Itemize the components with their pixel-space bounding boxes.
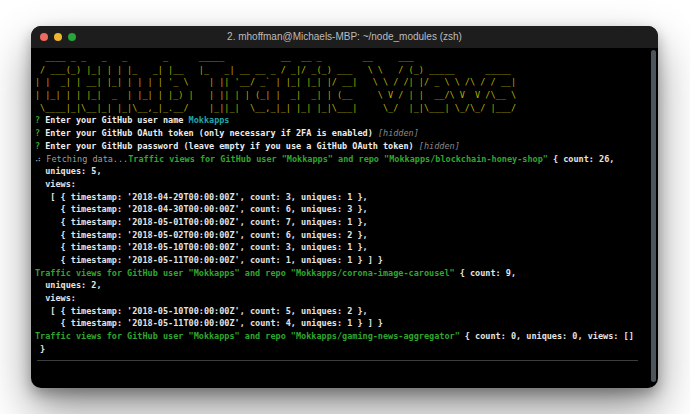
terminal-window: 2. mhoffman@Michaels-MBP: ~/node_modules… bbox=[31, 26, 658, 388]
desktop-background: { "window": { "title": "2. mhoffman@Mich… bbox=[0, 0, 690, 414]
terminal-text-segment: [hidden] bbox=[378, 128, 419, 138]
terminal-text-segment: [ { timestamp: '2018-04-29T00:00:00Z', c… bbox=[35, 192, 368, 202]
terminal-line: uniques: 2, bbox=[35, 279, 654, 292]
close-button[interactable] bbox=[40, 33, 48, 41]
terminal-line: } bbox=[35, 343, 654, 356]
terminal-text-segment: uniques: 5, bbox=[35, 166, 102, 176]
terminal-text-segment: { timestamp: '2018-05-11T00:00:00Z', cou… bbox=[35, 318, 383, 328]
terminal-output: ? Enter your GitHub user name Mokkapps? … bbox=[35, 114, 654, 355]
terminal-text-segment: Traffic views for GitHub user "Mokkapps"… bbox=[128, 154, 548, 164]
terminal-text-segment: } bbox=[35, 344, 45, 354]
terminal-line: { timestamp: '2018-05-02T00:00:00Z', cou… bbox=[35, 229, 654, 242]
terminal-text-segment: uniques: 2, bbox=[35, 280, 102, 290]
terminal-line: [ { timestamp: '2018-04-29T00:00:00Z', c… bbox=[35, 191, 654, 204]
terminal-text-segment: views: bbox=[35, 293, 76, 303]
terminal-text-segment: { timestamp: '2018-05-01T00:00:00Z', cou… bbox=[35, 217, 368, 227]
terminal-text-segment: views: bbox=[35, 179, 76, 189]
terminal-line: views: bbox=[35, 292, 654, 305]
zoom-button[interactable] bbox=[68, 33, 76, 41]
terminal-line: Traffic views for GitHub user "Mokkapps"… bbox=[35, 267, 654, 280]
terminal-text-segment: ? bbox=[35, 115, 45, 125]
terminal-text-segment: ⠴ Fetching data... bbox=[35, 154, 128, 164]
terminal-text-segment: { count: 26, bbox=[548, 154, 615, 164]
minimize-button[interactable] bbox=[54, 33, 62, 41]
terminal-text-segment: Mokkapps bbox=[189, 115, 230, 125]
terminal-line: { timestamp: '2018-05-11T00:00:00Z', cou… bbox=[35, 317, 654, 330]
ascii-art-banner: ____ _ _ _ _ _ _____ __ __ _ __ ___ / __… bbox=[35, 51, 654, 114]
terminal-text-segment: { count: 0, uniques: 0, views: [] bbox=[460, 331, 634, 341]
terminal-line: Traffic views for GitHub user "Mokkapps"… bbox=[35, 330, 654, 343]
terminal-text-segment: { timestamp: '2018-05-10T00:00:00Z', cou… bbox=[35, 242, 368, 252]
terminal-text-segment: [hidden] bbox=[419, 141, 460, 151]
terminal-text-segment: [ { timestamp: '2018-05-10T00:00:00Z', c… bbox=[35, 306, 368, 316]
terminal-text-segment: Enter your GitHub OAuth token (only nece… bbox=[45, 128, 378, 138]
window-controls bbox=[31, 33, 76, 41]
terminal-text-segment: { timestamp: '2018-05-02T00:00:00Z', cou… bbox=[35, 230, 368, 240]
terminal-line: [ { timestamp: '2018-05-10T00:00:00Z', c… bbox=[35, 305, 654, 318]
terminal-content[interactable]: ____ _ _ _ _ _ _____ __ __ _ __ ___ / __… bbox=[31, 49, 658, 388]
title-bar[interactable]: 2. mhoffman@Michaels-MBP: ~/node_modules… bbox=[31, 26, 658, 49]
scrollbar-thumb[interactable] bbox=[651, 50, 656, 382]
terminal-line: views: bbox=[35, 178, 654, 191]
ascii-art-line: | |_| | | |_| _ | |_| | |_) | | || | | (… bbox=[35, 89, 654, 102]
terminal-text-segment: Enter your GitHub user name bbox=[45, 115, 188, 125]
terminal-line: { timestamp: '2018-04-30T00:00:00Z', cou… bbox=[35, 203, 654, 216]
terminal-line: { timestamp: '2018-05-11T00:00:00Z', cou… bbox=[35, 254, 654, 267]
terminal-line: uniques: 5, bbox=[35, 165, 654, 178]
window-title: 2. mhoffman@Michaels-MBP: ~/node_modules… bbox=[31, 26, 658, 48]
terminal-text-segment: { timestamp: '2018-05-11T00:00:00Z', cou… bbox=[35, 255, 383, 265]
terminal-text-segment: ? bbox=[35, 128, 45, 138]
terminal-line: ? Enter your GitHub OAuth token (only ne… bbox=[35, 127, 654, 140]
command-separator-line bbox=[37, 360, 638, 361]
terminal-line: ? Enter your GitHub password (leave empt… bbox=[35, 140, 654, 153]
terminal-line: { timestamp: '2018-05-10T00:00:00Z', cou… bbox=[35, 241, 654, 254]
ascii-art-line: / ___(_) |_| | | |_ _| |__ |_ _| __ __ _… bbox=[35, 64, 654, 77]
ascii-art-line: | | _| | __| |_| | | | | '_ \ | || '__/ … bbox=[35, 76, 654, 89]
ascii-art-line: ____ _ _ _ _ _ _____ __ __ _ __ ___ bbox=[35, 51, 654, 64]
ascii-art-line: \____|_|\__|_| |_|\__,_|_.__/ |_||_| \__… bbox=[35, 102, 654, 115]
terminal-line: ⠴ Fetching data...Traffic views for GitH… bbox=[35, 153, 654, 166]
terminal-line: ? Enter your GitHub user name Mokkapps bbox=[35, 114, 654, 127]
terminal-text-segment: ? bbox=[35, 141, 45, 151]
terminal-text-segment: { timestamp: '2018-04-30T00:00:00Z', cou… bbox=[35, 204, 368, 214]
terminal-text-segment: Traffic views for GitHub user "Mokkapps"… bbox=[35, 331, 460, 341]
terminal-line: { timestamp: '2018-05-01T00:00:00Z', cou… bbox=[35, 216, 654, 229]
terminal-text-segment: Traffic views for GitHub user "Mokkapps"… bbox=[35, 268, 455, 278]
terminal-text-segment: Enter your GitHub password (leave empty … bbox=[45, 141, 419, 151]
terminal-text-segment: { count: 9, bbox=[455, 268, 516, 278]
